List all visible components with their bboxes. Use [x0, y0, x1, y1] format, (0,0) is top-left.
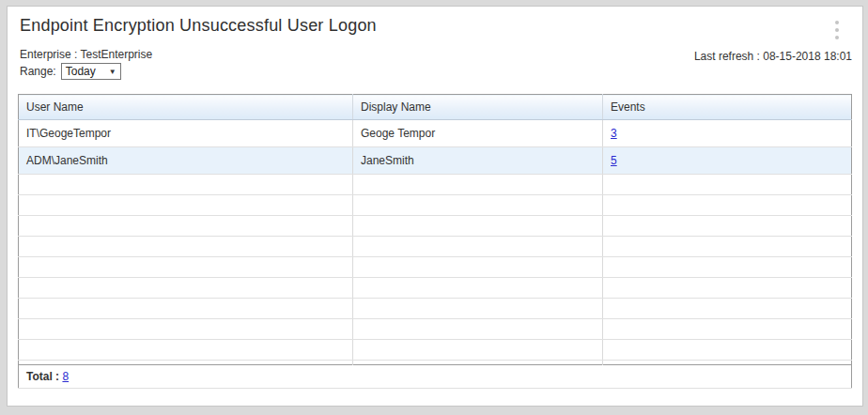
kebab-menu-icon[interactable]: [829, 19, 845, 41]
empty-cell: [603, 299, 852, 319]
widget-panel: Endpoint Encryption Unsuccessful User Lo…: [7, 6, 863, 407]
empty-cell: [603, 216, 852, 237]
table-empty-row: [19, 257, 852, 278]
empty-cell: [353, 257, 603, 278]
empty-cell: [19, 340, 353, 361]
table-empty-row: [19, 175, 852, 195]
empty-cell: [19, 237, 353, 257]
table-empty-row: [19, 195, 852, 216]
total-label: Total :: [26, 370, 59, 383]
empty-cell: [19, 319, 353, 340]
kebab-dot: [835, 21, 839, 24]
empty-cell: [353, 216, 603, 237]
table-row: IT\GeogeTemporGeoge Tempor3: [19, 120, 852, 147]
events-link[interactable]: 3: [611, 127, 617, 140]
empty-cell: [19, 195, 353, 216]
total-events-link[interactable]: 8: [62, 370, 69, 383]
table-empty-row: [19, 216, 852, 237]
last-refresh-label: Last refresh : 08-15-2018 18:01: [694, 50, 852, 63]
empty-cell: [353, 175, 603, 195]
cell-events: 3: [603, 120, 852, 147]
empty-cell: [353, 319, 603, 340]
kebab-dot: [835, 28, 839, 32]
empty-cell: [603, 195, 852, 216]
table-body: IT\GeogeTemporGeoge Tempor3ADM\JaneSmith…: [19, 120, 852, 365]
table-row: ADM\JaneSmithJaneSmith5: [19, 147, 852, 175]
empty-cell: [603, 175, 852, 195]
range-line: Range: Today ▼: [20, 63, 152, 80]
empty-cell: [353, 340, 603, 361]
widget-header: Endpoint Encryption Unsuccessful User Lo…: [18, 16, 852, 36]
empty-cell: [353, 195, 603, 216]
cell-events: 5: [603, 147, 852, 175]
cell-user-name: ADM\JaneSmith: [19, 147, 353, 175]
column-header-user-name[interactable]: User Name: [19, 95, 353, 120]
empty-cell: [353, 237, 603, 257]
column-header-display-name[interactable]: Display Name: [353, 95, 603, 120]
kebab-dot: [835, 36, 839, 39]
range-select-value: Today: [66, 65, 96, 78]
table-empty-row: [19, 237, 852, 257]
empty-cell: [19, 175, 353, 195]
empty-cell: [353, 299, 603, 319]
chevron-down-icon: ▼: [109, 68, 116, 76]
events-link[interactable]: 5: [611, 154, 617, 167]
page-background: Endpoint Encryption Unsuccessful User Lo…: [0, 0, 868, 415]
column-header-events[interactable]: Events: [603, 95, 852, 120]
empty-cell: [603, 319, 852, 340]
enterprise-label: Enterprise : TestEnterprise: [20, 48, 152, 61]
table-empty-row: [19, 340, 852, 361]
empty-cell: [19, 299, 353, 319]
meta-left: Enterprise : TestEnterprise Range: Today…: [20, 48, 152, 80]
table-empty-row: [19, 299, 852, 319]
empty-cell: [19, 257, 353, 278]
page-title: Endpoint Encryption Unsuccessful User Lo…: [18, 16, 852, 36]
logon-table: User Name Display Name Events IT\GeogeTe…: [18, 94, 852, 389]
range-select[interactable]: Today ▼: [61, 63, 121, 80]
empty-cell: [603, 340, 852, 361]
empty-cell: [603, 257, 852, 278]
cell-display-name: Geoge Tempor: [353, 120, 603, 147]
meta-row: Enterprise : TestEnterprise Range: Today…: [18, 48, 852, 80]
range-label: Range:: [20, 65, 56, 78]
empty-cell: [19, 278, 353, 299]
empty-cell: [353, 278, 603, 299]
cell-user-name: IT\GeogeTempor: [19, 120, 353, 147]
table-footer-row: Total : 8: [19, 365, 852, 389]
table-empty-row: [19, 319, 852, 340]
cell-display-name: JaneSmith: [353, 147, 603, 175]
table-empty-row: [19, 278, 852, 299]
empty-cell: [19, 216, 353, 237]
table-header-row: User Name Display Name Events: [19, 95, 852, 120]
empty-cell: [603, 278, 852, 299]
empty-cell: [603, 237, 852, 257]
